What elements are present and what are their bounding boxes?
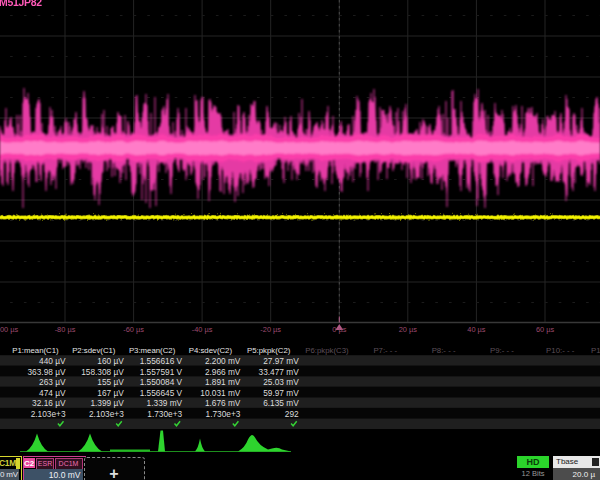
svg-text:-40 µs: -40 µs [192,325,213,334]
svg-text:-20 µs: -20 µs [260,325,281,334]
svg-text:00 µs: 00 µs [0,325,19,334]
svg-text:-60 µs: -60 µs [123,325,144,334]
svg-text:60 µs: 60 µs [536,325,555,334]
svg-text:0 µs: 0 µs [332,325,346,334]
svg-text:-80 µs: -80 µs [55,325,76,334]
svg-text:40 µs: 40 µs [467,325,486,334]
svg-text:20 µs: 20 µs [399,325,418,334]
